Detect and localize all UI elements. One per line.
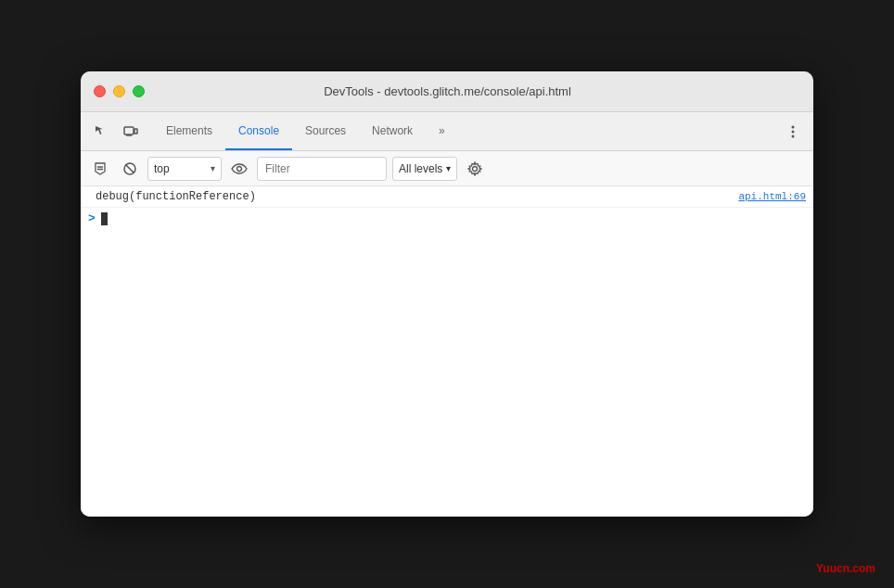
device-toolbar-icon[interactable] [118,119,144,145]
watermark: Yuucn.com [816,562,875,575]
context-selector-arrow: ▾ [211,163,215,173]
filter-input[interactable] [257,157,387,181]
tab-sources[interactable]: Sources [292,112,359,150]
tabs-bar-left-icons [88,112,153,150]
svg-point-5 [792,134,795,137]
prohibit-icon[interactable] [118,157,142,181]
svg-point-11 [237,166,242,171]
tab-elements[interactable]: Elements [153,112,225,150]
console-input-row[interactable]: > [81,208,813,229]
svg-rect-0 [124,127,134,134]
console-toolbar: top ▾ All levels ▾ [81,151,813,186]
traffic-lights [94,85,145,97]
console-content[interactable]: debug(functionReference) api.html:69 > [81,186,813,517]
svg-point-4 [792,130,795,133]
tabs-bar: Elements Console Sources Network » [81,112,813,151]
minimize-button[interactable] [113,85,125,97]
titlebar: DevTools - devtools.glitch.me/console/ap… [81,71,813,112]
devtools-window: DevTools - devtools.glitch.me/console/ap… [81,71,813,517]
console-prompt-symbol: > [88,211,96,225]
tabs-list: Elements Console Sources Network » [153,112,780,150]
svg-line-10 [126,164,134,173]
console-cursor[interactable] [101,211,108,225]
tab-console[interactable]: Console [225,112,292,150]
log-levels-selector[interactable]: All levels ▾ [392,157,457,181]
clear-console-icon[interactable] [88,157,112,181]
tab-network[interactable]: Network [359,112,426,150]
console-log-text: debug(functionReference) [96,190,256,203]
console-log-link[interactable]: api.html:69 [738,191,806,202]
svg-point-3 [792,125,795,128]
tab-more[interactable]: » [426,112,458,150]
svg-point-12 [473,166,478,171]
console-log-entry: debug(functionReference) api.html:69 [81,186,813,208]
console-settings-icon[interactable] [463,157,487,181]
svg-rect-1 [134,129,137,134]
tabs-bar-right [780,112,806,150]
levels-dropdown-arrow: ▾ [446,163,451,173]
live-expressions-icon[interactable] [227,157,251,181]
maximize-button[interactable] [133,85,145,97]
context-selector[interactable]: top ▾ [147,157,222,181]
close-button[interactable] [94,85,106,97]
inspect-element-icon[interactable] [88,119,114,145]
window-title: DevTools - devtools.glitch.me/console/ap… [145,84,750,98]
devtools-menu-icon[interactable] [780,119,806,145]
